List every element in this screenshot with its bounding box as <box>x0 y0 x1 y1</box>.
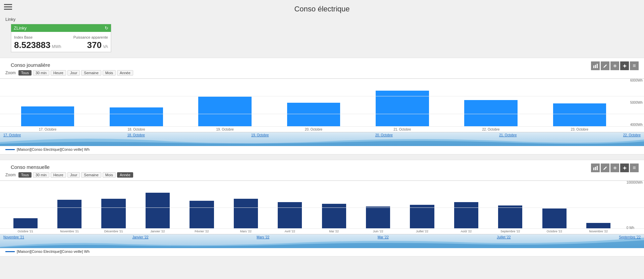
daily-bar-group-0 <box>3 79 92 127</box>
monthly-x-label-4: Février '22 <box>180 230 224 233</box>
linky-index-value: 8.523883 <box>14 40 50 50</box>
monthly-bar-group-13 <box>576 181 620 229</box>
daily-nav-20oct[interactable]: 20. Octobre <box>375 133 393 137</box>
monthly-x-label-5: Mars '22 <box>224 230 268 233</box>
monthly-nav-mar22[interactable]: Mars '22 <box>257 235 269 239</box>
daily-nav-17oct[interactable]: 17. Octobre <box>3 133 21 137</box>
monthly-x-label-7: Mai '22 <box>312 230 356 233</box>
daily-chart-section: Conso journalière ❄ ≡ Zoom Tous 30 min H… <box>0 58 644 154</box>
daily-zoom-semaine[interactable]: Semaine <box>81 70 101 76</box>
monthly-tool-snowflake[interactable]: ❄ <box>610 164 619 172</box>
monthly-zoom-mois[interactable]: Mois <box>103 172 116 178</box>
daily-nav-21oct[interactable]: 21. Octobre <box>499 133 517 137</box>
monthly-x-label-11: Septembre '22 <box>488 230 532 233</box>
daily-bar-5 <box>464 100 518 127</box>
svg-rect-0 <box>4 4 12 5</box>
daily-nav-18oct[interactable]: 18. Octobre <box>127 133 145 137</box>
monthly-bar-group-9 <box>400 181 444 229</box>
daily-x-labels: 17. Octobre18. Octobre19. Octobre20. Oct… <box>0 127 644 132</box>
daily-zoom-tous[interactable]: Tous <box>18 70 32 76</box>
linky-power-label: Puissance apparente <box>73 35 108 39</box>
daily-zoom-label: Zoom <box>5 71 16 75</box>
monthly-bar-5 <box>234 199 258 229</box>
monthly-zoom-heure[interactable]: Heure <box>51 172 66 178</box>
monthly-nav-labels-row: Novembre '21 Janvier '22 Mars '22 Mar '2… <box>0 235 644 239</box>
monthly-nav-sep22[interactable]: Septembre '22 <box>619 235 641 239</box>
svg-rect-7 <box>595 167 596 170</box>
monthly-nav-jan22[interactable]: Janvier '22 <box>132 235 149 239</box>
monthly-nav-mar22b[interactable]: Mar '22 <box>378 235 389 239</box>
monthly-tool-dark[interactable] <box>620 164 629 172</box>
daily-bar-2 <box>198 97 252 127</box>
daily-x-label-3: 20. Octobre <box>269 128 358 131</box>
daily-legend: [Maison][Conso Electrique][Conso veille]… <box>5 147 639 151</box>
monthly-bar-group-5 <box>224 181 268 229</box>
daily-y-axis: 6000Wh 5000Wh 4000Wh <box>630 79 643 127</box>
monthly-zoom-bar: Zoom Tous 30 min Heure Jour Semaine Mois… <box>5 172 639 178</box>
linky-body: Index Base 8.523883 MWh Puissance appare… <box>11 32 111 52</box>
monthly-tool-histogram[interactable] <box>591 164 600 172</box>
linky-section-title: Linky <box>5 17 639 22</box>
daily-bar-0 <box>21 106 74 127</box>
monthly-navigator: Novembre '21 Janvier '22 Mars '22 Mar '2… <box>0 234 644 248</box>
monthly-tool-edit[interactable] <box>601 164 609 172</box>
linky-power-unit: VA <box>103 44 108 49</box>
monthly-bar-group-2 <box>92 181 136 229</box>
monthly-zoom-jour[interactable]: Jour <box>67 172 80 178</box>
linky-power-value: 370 <box>87 40 101 50</box>
monthly-chart-tools: ❄ ≡ <box>591 164 639 172</box>
top-left-icon[interactable] <box>4 4 12 10</box>
daily-bar-group-3 <box>269 79 358 127</box>
daily-bar-group-5 <box>446 79 535 127</box>
daily-zoom-30min[interactable]: 30 min <box>33 70 49 76</box>
monthly-bar-chart: 100000Wh 0 Wh Octobre '21Novembre '21Déc… <box>0 180 644 234</box>
monthly-bar-9 <box>410 205 434 229</box>
monthly-tool-menu[interactable]: ≡ <box>630 164 639 172</box>
daily-zoom-mois[interactable]: Mois <box>103 70 116 76</box>
daily-zoom-jour[interactable]: Jour <box>67 70 80 76</box>
monthly-nav-jul22[interactable]: Juillet '22 <box>497 235 511 239</box>
daily-tool-edit[interactable] <box>601 61 609 70</box>
daily-bars-container <box>0 79 644 127</box>
daily-x-label-6: 23. Octobre <box>535 128 624 131</box>
monthly-x-label-1: Novembre '21 <box>47 230 91 233</box>
monthly-grid-bottom <box>0 228 644 229</box>
monthly-zoom-annee[interactable]: Année <box>117 172 133 178</box>
monthly-x-label-8: Juin '22 <box>356 230 400 233</box>
daily-tool-menu[interactable]: ≡ <box>630 61 639 70</box>
monthly-bar-group-1 <box>47 181 91 229</box>
monthly-bar-2 <box>101 199 125 229</box>
daily-bar-group-6 <box>535 79 624 127</box>
monthly-bar-group-0 <box>3 181 47 229</box>
daily-nav-22oct[interactable]: 22. Octobre <box>623 133 641 137</box>
monthly-bar-10 <box>454 202 478 229</box>
linky-refresh-icon[interactable]: ↻ <box>105 26 108 31</box>
daily-bar-group-4 <box>358 79 446 127</box>
daily-x-label-0: 17. Octobre <box>3 128 92 131</box>
daily-bar-3 <box>287 103 340 127</box>
monthly-x-label-10: Août '22 <box>444 230 488 233</box>
monthly-zoom-semaine[interactable]: Semaine <box>81 172 101 178</box>
monthly-bar-0 <box>13 218 38 229</box>
daily-tool-snowflake[interactable]: ❄ <box>610 61 619 70</box>
monthly-x-label-2: Décembre '21 <box>92 230 136 233</box>
monthly-bar-3 <box>146 193 170 229</box>
daily-nav-19oct[interactable]: 19. Octobre <box>251 133 269 137</box>
monthly-zoom-tous[interactable]: Tous <box>18 172 32 178</box>
monthly-x-label-13: Novembre '22 <box>576 230 620 233</box>
daily-zoom-bar: Zoom Tous 30 min Heure Jour Semaine Mois… <box>5 70 639 76</box>
daily-zoom-heure[interactable]: Heure <box>51 70 66 76</box>
monthly-bar-group-12 <box>532 181 576 229</box>
monthly-bar-group-8 <box>356 181 400 229</box>
monthly-bar-6 <box>278 202 302 229</box>
monthly-zoom-30min[interactable]: 30 min <box>33 172 49 178</box>
daily-chart-title: Conso journalière <box>11 62 50 68</box>
daily-tool-histogram[interactable] <box>591 61 600 70</box>
monthly-legend-text: [Maison][Conso Electrique][Conso veille]… <box>17 249 90 253</box>
daily-zoom-annee[interactable]: Année <box>117 70 133 76</box>
linky-power-metric: Puissance apparente 370 VA <box>73 35 108 50</box>
monthly-y-100k: 100000Wh <box>627 181 643 184</box>
daily-legend-text: [Maison][Conso Electrique][Conso veille]… <box>17 147 90 151</box>
daily-tool-dark[interactable] <box>620 61 629 70</box>
monthly-nav-nov21[interactable]: Novembre '21 <box>3 235 24 239</box>
